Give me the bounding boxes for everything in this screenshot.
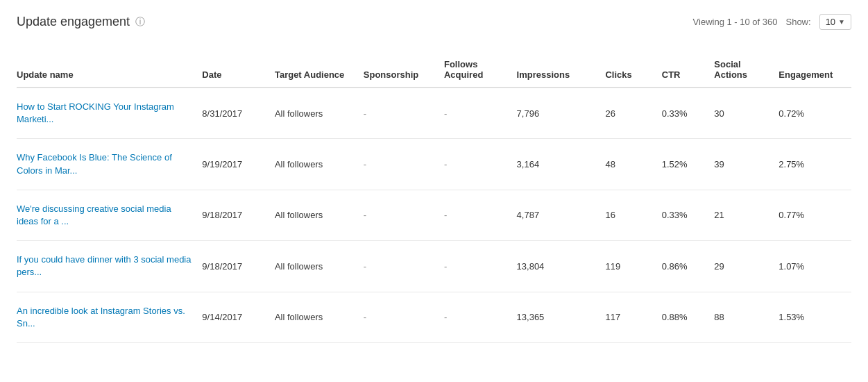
cell-date: 9/18/2017 bbox=[202, 241, 275, 292]
chevron-down-icon: ▼ bbox=[838, 18, 845, 26]
cell-clicks: 16 bbox=[605, 190, 661, 240]
cell-social_actions: 30 bbox=[714, 88, 778, 139]
cell-audience: All followers bbox=[275, 88, 364, 139]
col-header-engagement: Engagement bbox=[778, 52, 851, 88]
table-row: How to Start ROCKING Your Instagram Mark… bbox=[17, 88, 851, 139]
table-header-row: Update name Date Target Audience Sponsor… bbox=[17, 52, 851, 88]
page-title: Update engagement bbox=[17, 15, 130, 29]
show-select[interactable]: 10 ▼ bbox=[819, 14, 851, 30]
col-header-impressions: Impressions bbox=[517, 52, 606, 88]
viewing-text: Viewing 1 - 10 of 360 bbox=[693, 17, 778, 27]
col-header-social-actions: Social Actions bbox=[714, 52, 778, 88]
show-value: 10 bbox=[826, 17, 835, 27]
cell-engagement: 0.72% bbox=[778, 88, 851, 139]
cell-social_actions: 39 bbox=[714, 139, 778, 190]
update-name-link[interactable]: If you could have dinner with 3 social m… bbox=[17, 254, 194, 279]
show-label: Show: bbox=[785, 17, 810, 27]
col-header-audience: Target Audience bbox=[275, 52, 364, 88]
cell-sponsorship: - bbox=[364, 190, 444, 240]
update-name-link[interactable]: We're discussing creative social media i… bbox=[17, 203, 194, 228]
cell-engagement: 0.77% bbox=[778, 190, 851, 240]
cell-date: 8/31/2017 bbox=[202, 88, 275, 139]
info-icon[interactable]: ⓘ bbox=[135, 16, 145, 28]
cell-impressions: 13,804 bbox=[517, 241, 606, 292]
cell-sponsorship: - bbox=[364, 241, 444, 292]
cell-social_actions: 88 bbox=[714, 292, 778, 342]
table-row: An incredible look at Instagram Stories … bbox=[17, 292, 851, 342]
cell-sponsorship: - bbox=[364, 292, 444, 342]
cell-ctr: 0.33% bbox=[662, 190, 715, 240]
cell-date: 9/19/2017 bbox=[202, 139, 275, 190]
cell-impressions: 7,796 bbox=[517, 88, 606, 139]
cell-ctr: 1.52% bbox=[662, 139, 715, 190]
cell-social_actions: 29 bbox=[714, 241, 778, 292]
cell-clicks: 117 bbox=[605, 292, 661, 342]
col-header-clicks: Clicks bbox=[605, 52, 661, 88]
cell-sponsorship: - bbox=[364, 139, 444, 190]
engagement-table: Update name Date Target Audience Sponsor… bbox=[17, 52, 851, 343]
col-header-ctr: CTR bbox=[662, 52, 715, 88]
update-name-link[interactable]: An incredible look at Instagram Stories … bbox=[17, 305, 194, 330]
cell-follows: - bbox=[444, 292, 517, 342]
cell-engagement: 2.75% bbox=[778, 139, 851, 190]
cell-audience: All followers bbox=[275, 241, 364, 292]
cell-engagement: 1.53% bbox=[778, 292, 851, 342]
cell-clicks: 26 bbox=[605, 88, 661, 139]
cell-date: 9/14/2017 bbox=[202, 292, 275, 342]
cell-clicks: 119 bbox=[605, 241, 661, 292]
cell-audience: All followers bbox=[275, 139, 364, 190]
cell-ctr: 0.33% bbox=[662, 88, 715, 139]
table-row: If you could have dinner with 3 social m… bbox=[17, 241, 851, 292]
cell-follows: - bbox=[444, 190, 517, 240]
update-name-link[interactable]: Why Facebook Is Blue: The Science of Col… bbox=[17, 151, 194, 176]
table-row: We're discussing creative social media i… bbox=[17, 190, 851, 240]
cell-social_actions: 21 bbox=[714, 190, 778, 240]
col-header-follows: Follows Acquired bbox=[444, 52, 517, 88]
update-name-link[interactable]: How to Start ROCKING Your Instagram Mark… bbox=[17, 101, 194, 126]
cell-ctr: 0.88% bbox=[662, 292, 715, 342]
cell-impressions: 13,365 bbox=[517, 292, 606, 342]
col-header-name: Update name bbox=[17, 52, 202, 88]
cell-follows: - bbox=[444, 88, 517, 139]
cell-follows: - bbox=[444, 139, 517, 190]
cell-date: 9/18/2017 bbox=[202, 190, 275, 240]
cell-impressions: 3,164 bbox=[517, 139, 606, 190]
cell-engagement: 1.07% bbox=[778, 241, 851, 292]
col-header-sponsorship: Sponsorship bbox=[364, 52, 444, 88]
table-row: Why Facebook Is Blue: The Science of Col… bbox=[17, 139, 851, 190]
cell-audience: All followers bbox=[275, 190, 364, 240]
cell-ctr: 0.86% bbox=[662, 241, 715, 292]
col-header-date: Date bbox=[202, 52, 275, 88]
cell-follows: - bbox=[444, 241, 517, 292]
cell-audience: All followers bbox=[275, 292, 364, 342]
cell-impressions: 4,787 bbox=[517, 190, 606, 240]
cell-sponsorship: - bbox=[364, 88, 444, 139]
cell-clicks: 48 bbox=[605, 139, 661, 190]
